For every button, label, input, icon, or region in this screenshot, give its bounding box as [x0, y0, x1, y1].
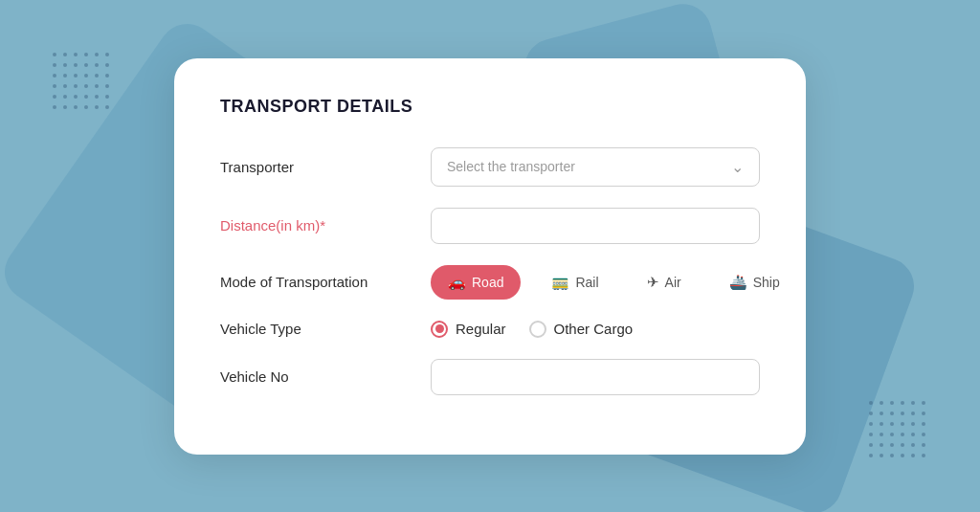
distance-label: Distance(in km)* — [220, 217, 431, 234]
transport-modes: 🚗 Road 🚃 Rail ✈ Air 🚢 Ship — [431, 265, 797, 300]
card-title: TRANSPORT DETAILS — [220, 97, 760, 117]
transporter-label: Transporter — [220, 159, 431, 175]
road-icon: 🚗 — [448, 274, 466, 291]
vehicle-no-control — [431, 359, 760, 395]
ship-icon: 🚢 — [729, 274, 747, 291]
mode-rail-button[interactable]: 🚃 Rail — [534, 265, 615, 300]
chevron-down-icon: ⌄ — [731, 158, 744, 176]
mode-rail-label: Rail — [575, 275, 598, 290]
vehicle-no-row: Vehicle No — [220, 359, 760, 395]
transporter-dropdown[interactable]: Select the transporter ⌄ — [431, 147, 760, 187]
mode-ship-button[interactable]: 🚢 Ship — [712, 265, 797, 300]
vehicle-type-regular-label: Regular — [456, 321, 506, 337]
rail-icon: 🚃 — [551, 274, 569, 291]
mode-air-label: Air — [665, 275, 681, 290]
vehicle-type-options: Regular Other Cargo — [431, 321, 760, 338]
vehicle-no-input[interactable] — [431, 359, 760, 395]
mode-road-button[interactable]: 🚗 Road — [431, 265, 521, 300]
air-icon: ✈ — [647, 274, 659, 291]
transporter-placeholder: Select the transporter — [447, 159, 575, 174]
vehicle-type-other-option[interactable]: Other Cargo — [529, 321, 634, 338]
vehicle-type-regular-option[interactable]: Regular — [431, 321, 506, 338]
mode-row: Mode of Transportation 🚗 Road 🚃 Rail ✈ A… — [220, 265, 760, 300]
distance-row: Distance(in km)* — [220, 208, 760, 244]
mode-label: Mode of Transportation — [220, 274, 431, 290]
radio-regular-circle — [431, 321, 448, 338]
mode-air-button[interactable]: ✈ Air — [630, 265, 699, 300]
radio-other-circle — [529, 321, 546, 338]
vehicle-type-other-label: Other Cargo — [554, 321, 634, 337]
dots-bottom-right — [869, 401, 927, 459]
dots-top-left — [53, 53, 111, 111]
distance-input[interactable] — [431, 208, 760, 244]
mode-road-label: Road — [472, 275, 503, 290]
transporter-row: Transporter Select the transporter ⌄ — [220, 147, 760, 187]
transporter-control: Select the transporter ⌄ — [431, 147, 760, 187]
distance-control — [431, 208, 760, 244]
vehicle-type-row: Vehicle Type Regular Other Cargo — [220, 321, 760, 338]
mode-ship-label: Ship — [753, 275, 780, 290]
vehicle-type-label: Vehicle Type — [220, 321, 431, 337]
transport-details-card: TRANSPORT DETAILS Transporter Select the… — [174, 58, 806, 455]
vehicle-no-label: Vehicle No — [220, 368, 431, 385]
